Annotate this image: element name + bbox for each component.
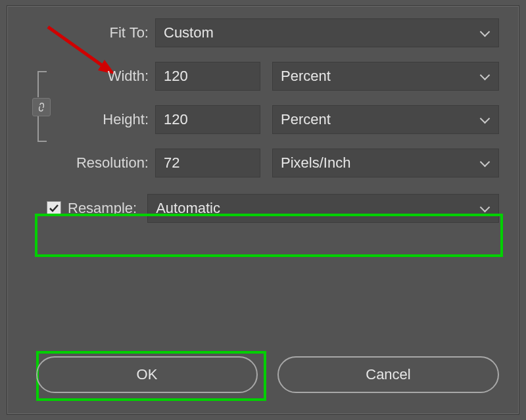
height-input[interactable] — [155, 105, 260, 134]
resolution-unit-value: Pixels/Inch — [281, 154, 350, 172]
chevron-down-icon — [481, 115, 490, 124]
ok-button[interactable]: OK — [36, 356, 258, 393]
cancel-button-label: Cancel — [366, 366, 410, 383]
dialog-buttons: OK Cancel — [36, 356, 499, 393]
resolution-input[interactable] — [155, 149, 260, 177]
height-unit-select[interactable]: Percent — [272, 105, 499, 134]
fit-to-value: Custom — [164, 24, 214, 41]
width-unit-value: Percent — [281, 68, 331, 85]
annotation-highlight-resample — [35, 214, 503, 257]
height-unit-value: Percent — [281, 111, 331, 128]
ok-button-label: OK — [137, 366, 158, 383]
width-row: Width: Percent — [37, 55, 499, 98]
fit-to-select[interactable]: Custom — [155, 18, 499, 47]
image-size-dialog: Fit To: Custom Width: Percent Height: Pe… — [7, 5, 519, 415]
width-unit-select[interactable]: Percent — [272, 62, 499, 91]
resolution-unit-select[interactable]: Pixels/Inch — [272, 149, 499, 177]
fit-to-label: Fit To: — [37, 24, 155, 41]
resolution-row: Resolution: Pixels/Inch — [37, 141, 499, 185]
chevron-down-icon — [481, 204, 490, 213]
fit-to-row: Fit To: Custom — [37, 11, 499, 55]
width-label: Width: — [37, 68, 155, 85]
chevron-down-icon — [481, 72, 490, 81]
chevron-down-icon — [481, 158, 490, 168]
cancel-button[interactable]: Cancel — [277, 356, 499, 393]
checkmark-icon — [49, 203, 59, 214]
height-label: Height: — [37, 111, 155, 128]
resolution-label: Resolution: — [37, 154, 155, 172]
width-input[interactable] — [155, 62, 260, 91]
chevron-down-icon — [481, 28, 490, 37]
height-row: Height: Percent — [37, 98, 499, 141]
